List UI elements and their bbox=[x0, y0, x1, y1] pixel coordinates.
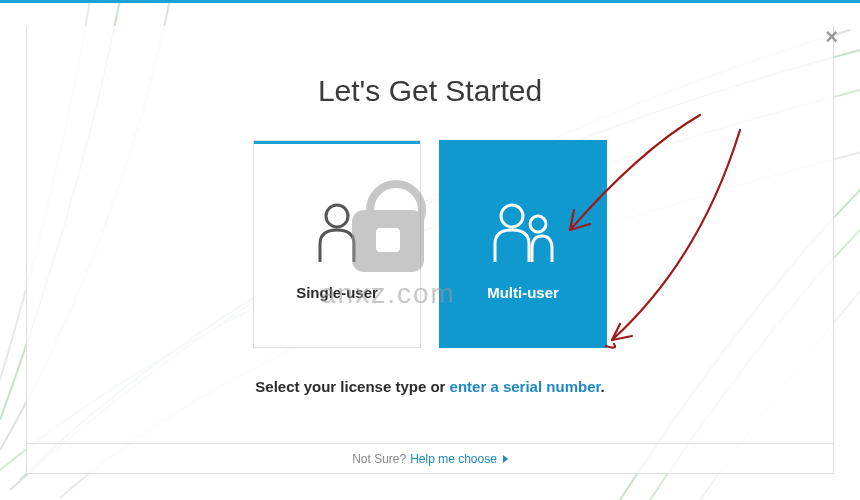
card-accent-bar bbox=[254, 141, 420, 144]
svg-point-0 bbox=[326, 205, 348, 227]
instruction-prefix: Select your license type or bbox=[255, 378, 449, 395]
license-type-cards: Single-user Multi-user bbox=[27, 140, 833, 348]
multi-user-icon bbox=[488, 188, 558, 278]
footer-bar: Not Sure? Help me choose bbox=[27, 443, 833, 473]
instruction-text: Select your license type or enter a seri… bbox=[27, 378, 833, 395]
top-accent-bar bbox=[0, 0, 860, 3]
help-me-choose-link[interactable]: Help me choose bbox=[410, 452, 497, 466]
svg-point-2 bbox=[530, 216, 546, 232]
single-user-card[interactable]: Single-user bbox=[253, 140, 421, 348]
single-user-icon bbox=[314, 188, 360, 278]
dialog-panel: Let's Get Started Single-user bbox=[26, 26, 834, 474]
single-user-label: Single-user bbox=[296, 284, 378, 301]
footer-prefix: Not Sure? bbox=[352, 452, 406, 466]
multi-user-label: Multi-user bbox=[487, 284, 559, 301]
chevron-right-icon bbox=[503, 455, 508, 463]
instruction-suffix: . bbox=[600, 378, 604, 395]
close-button[interactable]: × bbox=[825, 24, 838, 50]
page-title: Let's Get Started bbox=[27, 74, 833, 108]
svg-point-1 bbox=[501, 205, 523, 227]
multi-user-card[interactable]: Multi-user bbox=[439, 140, 607, 348]
enter-serial-link[interactable]: enter a serial number bbox=[450, 378, 601, 395]
